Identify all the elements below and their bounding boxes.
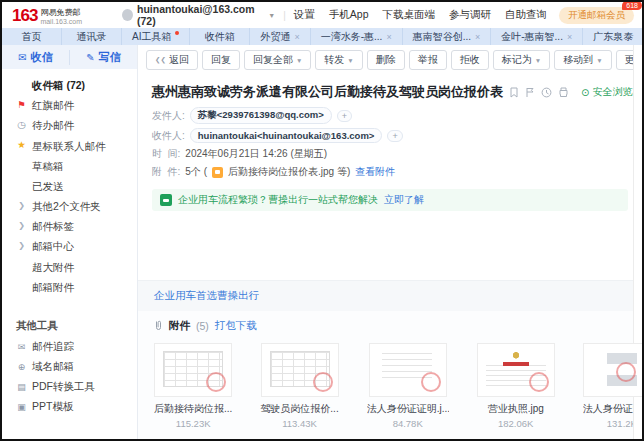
move-to-button[interactable]: 移动到▼ xyxy=(554,50,611,70)
sidebar-item-other-folders[interactable]: ❯其他2个文件夹 xyxy=(2,196,137,216)
close-icon[interactable]: × xyxy=(475,32,480,42)
delete-button[interactable]: 删除 xyxy=(367,50,405,70)
tab-mail-3[interactable]: 金叶-惠南智...× xyxy=(491,28,583,45)
caocao-promo-banner: 企业用车流程繁琐？曹操出行一站式帮您解决 立即了解 xyxy=(152,189,628,211)
add-contact-button[interactable]: + xyxy=(337,110,352,122)
shield-check-icon: ⊙ xyxy=(581,87,589,98)
member-promo-badge: 618 xyxy=(622,1,642,10)
account-menu[interactable]: huinantoukai@163.com (72) ▼ xyxy=(122,3,275,27)
attachment-thumbnail xyxy=(583,343,644,397)
sidebar: ✉ 收信 ✎ 写信 ·收件箱 (72) ⚑红旗邮件 ◷待办邮件 ★星标联系人邮件… xyxy=(2,45,138,439)
recipient-pill[interactable]: huinantoukai<huinantoukai@163.com> xyxy=(190,128,383,143)
attachments-strip: 后勤接待岗位报... 115.23K 驾驶员岗位报价... 113.43K 法人… xyxy=(138,337,642,439)
time-label: 时 间: xyxy=(152,147,180,161)
pdf-file-icon: ▤ xyxy=(16,382,27,392)
chevron-down-icon: ▼ xyxy=(296,57,302,64)
printer-icon[interactable] xyxy=(558,87,569,98)
globe-icon: ⊕ xyxy=(16,362,27,372)
attachment-card-3[interactable]: 法人身份证证明.j... 84.78K xyxy=(367,343,449,429)
sidebar-item-todo[interactable]: ◷待办邮件 xyxy=(2,115,137,135)
sidebar-item-drafts[interactable]: ·草稿箱 xyxy=(2,156,137,176)
attachment-card-2[interactable]: 驾驶员岗位报价... 113.43K xyxy=(260,343,338,429)
clock-icon: ◷ xyxy=(16,119,27,132)
sidebar-item-sent[interactable]: ·已发送 xyxy=(2,176,137,196)
download-all-link[interactable]: 打包下载 xyxy=(215,319,257,333)
learn-more-link[interactable]: 立即了解 xyxy=(384,193,424,207)
header-links: 设置 手机App 下载桌面端 参与调研 自助查询 xyxy=(294,8,547,22)
sender-pill[interactable]: 苏黎<2939761398@qq.com> xyxy=(190,107,332,124)
tab-waimaotong[interactable]: 外贸通× xyxy=(250,28,310,45)
close-icon[interactable]: × xyxy=(567,32,572,42)
reply-button[interactable]: 回复 xyxy=(202,50,240,70)
sidebar-item-domain-mailbox[interactable]: ⊕域名邮箱 xyxy=(2,357,137,377)
tab-mail-4[interactable]: 广东泉泰 xyxy=(583,28,642,45)
subject-row: 惠州惠南致诚劳务派遣有限公司后勤接待及驾驶员岗位报价表 ⊙ 安全浏览模式 ▼ xyxy=(138,75,642,105)
attachment-thumbnail xyxy=(369,343,447,397)
tag-icon[interactable] xyxy=(509,87,519,98)
top-header: 163 网易免费邮 mail.163.com huinantoukai@163.… xyxy=(2,2,642,28)
sidebar-item-large-attachments[interactable]: ·超大附件 xyxy=(2,257,137,277)
sidebar-item-mail-tracking[interactable]: ✉邮件追踪 xyxy=(2,337,137,357)
write-mail-button[interactable]: ✎ 写信 xyxy=(69,50,137,65)
view-attachments-link[interactable]: 查看附件 xyxy=(355,165,395,179)
chevron-down-icon: ▼ xyxy=(268,12,275,19)
tab-ai-toolbox[interactable]: AI工具箱 xyxy=(122,28,190,45)
flag-icon: ⚑ xyxy=(16,99,27,112)
sidebar-item-starred[interactable]: ★星标联系人邮件 xyxy=(2,136,137,156)
mailbox-member-button[interactable]: 开通邮箱会员 618 xyxy=(559,7,634,24)
self-service-link[interactable]: 自助查询 xyxy=(505,8,547,22)
logo-domain: mail.163.com xyxy=(40,18,82,25)
close-icon[interactable]: × xyxy=(294,32,299,42)
webmail-window: 163 网易免费邮 mail.163.com huinantoukai@163.… xyxy=(0,0,644,441)
tab-bar: 首页 通讯录 AI工具箱 收件箱 外贸通× 一湾水务-惠...× 惠南智谷创..… xyxy=(2,28,642,45)
header-divider: | xyxy=(283,10,286,21)
sidebar-item-mailbox-attachments[interactable]: ·邮箱附件 xyxy=(2,277,137,297)
sidebar-item-pdf-tools[interactable]: ▤PDF转换工具 xyxy=(2,377,137,397)
tab-inbox[interactable]: 收件箱 xyxy=(190,28,250,45)
sidebar-item-ppt-templates[interactable]: ▣PPT模板 xyxy=(2,397,137,417)
tab-contacts[interactable]: 通讯录 xyxy=(62,28,122,45)
logo-163-text: 163 xyxy=(12,7,37,24)
attachment-name: 营业执照.jpg xyxy=(477,402,555,416)
chevron-down-icon: ▼ xyxy=(535,57,541,64)
clock-icon[interactable] xyxy=(541,87,552,98)
caocao-footer-link[interactable]: 企业用车首选曹操出行 xyxy=(154,289,259,301)
attachment-card-4[interactable]: 营业执照.jpg 182.06K xyxy=(477,343,555,429)
back-arrows-icon: ❮❮ xyxy=(155,56,166,64)
logo-product-name: 网易免费邮 xyxy=(40,9,82,17)
tab-mail-2[interactable]: 惠南智谷创...× xyxy=(403,28,492,45)
attachment-card-1[interactable]: 后勤接待岗位报... 115.23K xyxy=(154,343,232,429)
flag-icon[interactable] xyxy=(525,87,535,98)
settings-link[interactable]: 设置 xyxy=(294,8,315,22)
tab-mail-1[interactable]: 一湾水务-惠...× xyxy=(311,28,403,45)
sidebar-item-mail-tags[interactable]: ❯邮件标签 xyxy=(2,216,137,236)
desktop-download-link[interactable]: 下载桌面端 xyxy=(383,8,436,22)
attachment-thumbnail xyxy=(154,343,232,397)
attachments-title: 附件 xyxy=(169,319,190,333)
sidebar-item-inbox[interactable]: ·收件箱 (72) xyxy=(2,75,137,95)
reject-button[interactable]: 拒收 xyxy=(451,50,489,70)
reply-all-button[interactable]: 回复全部▼ xyxy=(244,50,311,70)
back-button[interactable]: ❮❮返回 xyxy=(146,50,198,70)
sidebar-item-red-flag[interactable]: ⚑红旗邮件 xyxy=(2,95,137,115)
close-icon[interactable]: × xyxy=(386,32,391,42)
mark-as-button[interactable]: 标记为▼ xyxy=(493,50,550,70)
survey-link[interactable]: 参与调研 xyxy=(449,8,491,22)
attachment-size: 84.78K xyxy=(367,418,449,429)
chevron-right-icon: ❯ xyxy=(16,241,27,252)
tab-home[interactable]: 首页 xyxy=(2,28,62,45)
attachment-thumbnail xyxy=(477,343,555,397)
add-contact-button[interactable]: + xyxy=(387,130,402,142)
attachments-header: 附件 (5) 打包下载 xyxy=(138,311,642,337)
mail-track-icon: ✉ xyxy=(16,342,27,352)
sidebar-item-mail-center[interactable]: ❯邮箱中心 xyxy=(2,236,137,256)
report-button[interactable]: 举报 xyxy=(409,50,447,70)
netease-logo[interactable]: 163 网易免费邮 mail.163.com xyxy=(12,7,82,24)
attachments-count: (5) xyxy=(196,320,209,332)
star-icon: ★ xyxy=(16,139,27,152)
mobile-app-link[interactable]: 手机App xyxy=(329,8,369,22)
paperclip-icon xyxy=(154,320,163,333)
forward-button[interactable]: 转发▼ xyxy=(315,50,362,70)
from-label: 发件人: xyxy=(152,109,185,123)
receive-mail-button[interactable]: ✉ 收信 xyxy=(2,50,69,65)
